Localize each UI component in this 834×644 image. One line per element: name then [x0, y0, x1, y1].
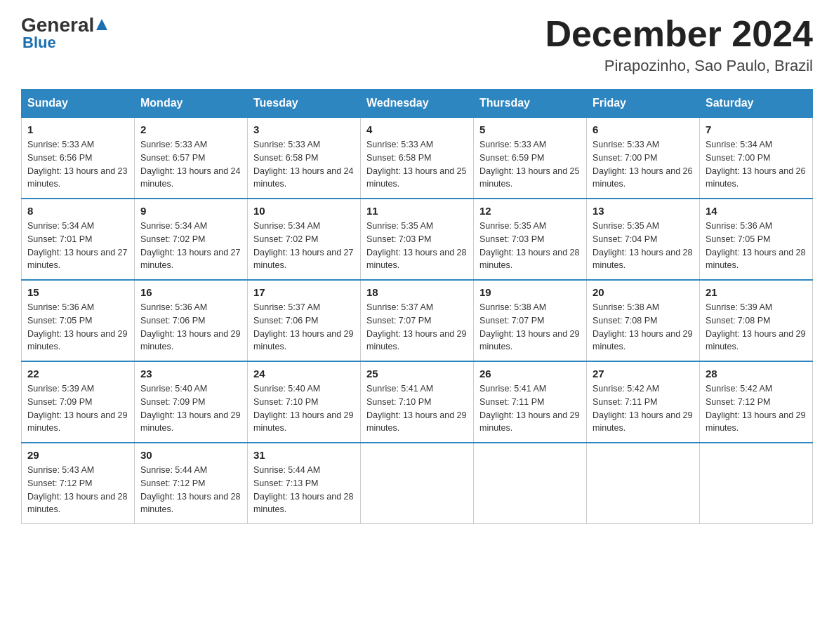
day-cell: 1 Sunrise: 5:33 AMSunset: 6:56 PMDayligh… — [22, 117, 135, 199]
logo-triangle-icon — [95, 18, 109, 32]
week-row-2: 8 Sunrise: 5:34 AMSunset: 7:01 PMDayligh… — [22, 199, 813, 280]
day-info: Sunrise: 5:40 AMSunset: 7:09 PMDaylight:… — [140, 384, 240, 433]
day-number: 28 — [706, 368, 807, 380]
day-info: Sunrise: 5:36 AMSunset: 7:05 PMDaylight:… — [27, 302, 127, 351]
day-cell: 15 Sunrise: 5:36 AMSunset: 7:05 PMDaylig… — [22, 280, 135, 361]
day-cell: 17 Sunrise: 5:37 AMSunset: 7:06 PMDaylig… — [248, 280, 361, 361]
day-cell: 20 Sunrise: 5:38 AMSunset: 7:08 PMDaylig… — [587, 280, 700, 361]
day-info: Sunrise: 5:42 AMSunset: 7:11 PMDaylight:… — [593, 384, 692, 433]
calendar-table: Sunday Monday Tuesday Wednesday Thursday… — [21, 89, 813, 524]
week-row-4: 22 Sunrise: 5:39 AMSunset: 7:09 PMDaylig… — [22, 361, 813, 443]
week-row-3: 15 Sunrise: 5:36 AMSunset: 7:05 PMDaylig… — [22, 280, 813, 361]
day-number: 24 — [253, 368, 355, 380]
day-cell: 10 Sunrise: 5:34 AMSunset: 7:02 PMDaylig… — [248, 199, 361, 280]
week-row-1: 1 Sunrise: 5:33 AMSunset: 6:56 PMDayligh… — [22, 117, 813, 199]
day-number: 21 — [706, 286, 807, 298]
day-cell: 18 Sunrise: 5:37 AMSunset: 7:07 PMDaylig… — [361, 280, 474, 361]
day-number: 16 — [140, 286, 241, 298]
day-info: Sunrise: 5:34 AMSunset: 7:00 PMDaylight:… — [706, 140, 805, 189]
day-cell: 3 Sunrise: 5:33 AMSunset: 6:58 PMDayligh… — [248, 117, 361, 199]
header-sunday: Sunday — [22, 90, 135, 118]
day-cell: 26 Sunrise: 5:41 AMSunset: 7:11 PMDaylig… — [474, 361, 587, 443]
header-tuesday: Tuesday — [248, 90, 361, 118]
page-header: General Blue December 2024 Pirapozinho, … — [21, 14, 813, 75]
day-info: Sunrise: 5:44 AMSunset: 7:13 PMDaylight:… — [253, 465, 353, 514]
day-info: Sunrise: 5:44 AMSunset: 7:12 PMDaylight:… — [140, 465, 240, 514]
day-info: Sunrise: 5:39 AMSunset: 7:08 PMDaylight:… — [706, 302, 805, 351]
day-info: Sunrise: 5:38 AMSunset: 7:08 PMDaylight:… — [593, 302, 692, 351]
day-info: Sunrise: 5:36 AMSunset: 7:06 PMDaylight:… — [140, 302, 240, 351]
header-monday: Monday — [135, 90, 248, 118]
day-number: 31 — [253, 449, 355, 461]
day-cell — [700, 443, 813, 524]
day-number: 23 — [140, 368, 241, 380]
day-cell: 21 Sunrise: 5:39 AMSunset: 7:08 PMDaylig… — [700, 280, 813, 361]
svg-marker-0 — [96, 19, 107, 30]
day-info: Sunrise: 5:33 AMSunset: 6:56 PMDaylight:… — [27, 140, 127, 189]
day-cell: 28 Sunrise: 5:42 AMSunset: 7:12 PMDaylig… — [700, 361, 813, 443]
day-number: 11 — [366, 205, 468, 217]
day-cell: 24 Sunrise: 5:40 AMSunset: 7:10 PMDaylig… — [248, 361, 361, 443]
day-cell: 31 Sunrise: 5:44 AMSunset: 7:13 PMDaylig… — [248, 443, 361, 524]
day-number: 14 — [706, 205, 807, 217]
day-info: Sunrise: 5:33 AMSunset: 6:58 PMDaylight:… — [253, 140, 353, 189]
day-info: Sunrise: 5:33 AMSunset: 6:57 PMDaylight:… — [140, 140, 240, 189]
day-info: Sunrise: 5:42 AMSunset: 7:12 PMDaylight:… — [706, 384, 805, 433]
logo: General Blue — [21, 14, 110, 52]
day-info: Sunrise: 5:41 AMSunset: 7:11 PMDaylight:… — [479, 384, 579, 433]
day-number: 13 — [593, 205, 694, 217]
day-info: Sunrise: 5:34 AMSunset: 7:02 PMDaylight:… — [253, 221, 353, 270]
week-row-5: 29 Sunrise: 5:43 AMSunset: 7:12 PMDaylig… — [22, 443, 813, 524]
day-number: 8 — [27, 205, 128, 217]
day-number: 2 — [140, 123, 241, 135]
day-number: 27 — [593, 368, 694, 380]
day-number: 15 — [27, 286, 128, 298]
day-cell — [361, 443, 474, 524]
day-cell — [587, 443, 700, 524]
day-info: Sunrise: 5:35 AMSunset: 7:03 PMDaylight:… — [366, 221, 466, 270]
day-cell: 22 Sunrise: 5:39 AMSunset: 7:09 PMDaylig… — [22, 361, 135, 443]
day-cell: 12 Sunrise: 5:35 AMSunset: 7:03 PMDaylig… — [474, 199, 587, 280]
location-title: Pirapozinho, Sao Paulo, Brazil — [545, 57, 813, 75]
month-title: December 2024 — [545, 14, 813, 54]
day-number: 6 — [593, 123, 694, 135]
day-info: Sunrise: 5:37 AMSunset: 7:07 PMDaylight:… — [366, 302, 466, 351]
day-cell: 30 Sunrise: 5:44 AMSunset: 7:12 PMDaylig… — [135, 443, 248, 524]
day-info: Sunrise: 5:33 AMSunset: 6:59 PMDaylight:… — [479, 140, 579, 189]
day-number: 1 — [27, 123, 128, 135]
header-row: Sunday Monday Tuesday Wednesday Thursday… — [22, 90, 813, 118]
day-cell: 4 Sunrise: 5:33 AMSunset: 6:58 PMDayligh… — [361, 117, 474, 199]
day-cell: 25 Sunrise: 5:41 AMSunset: 7:10 PMDaylig… — [361, 361, 474, 443]
header-wednesday: Wednesday — [361, 90, 474, 118]
day-number: 30 — [140, 449, 241, 461]
header-friday: Friday — [587, 90, 700, 118]
day-number: 12 — [479, 205, 581, 217]
day-cell: 9 Sunrise: 5:34 AMSunset: 7:02 PMDayligh… — [135, 199, 248, 280]
header-thursday: Thursday — [474, 90, 587, 118]
day-number: 29 — [27, 449, 128, 461]
day-cell: 11 Sunrise: 5:35 AMSunset: 7:03 PMDaylig… — [361, 199, 474, 280]
day-info: Sunrise: 5:34 AMSunset: 7:02 PMDaylight:… — [140, 221, 240, 270]
day-cell: 23 Sunrise: 5:40 AMSunset: 7:09 PMDaylig… — [135, 361, 248, 443]
day-cell: 14 Sunrise: 5:36 AMSunset: 7:05 PMDaylig… — [700, 199, 813, 280]
day-number: 5 — [479, 123, 581, 135]
day-number: 17 — [253, 286, 355, 298]
day-number: 25 — [366, 368, 468, 380]
day-number: 4 — [366, 123, 468, 135]
day-cell — [474, 443, 587, 524]
title-area: December 2024 Pirapozinho, Sao Paulo, Br… — [545, 14, 813, 75]
day-number: 18 — [366, 286, 468, 298]
day-info: Sunrise: 5:33 AMSunset: 7:00 PMDaylight:… — [593, 140, 692, 189]
day-cell: 13 Sunrise: 5:35 AMSunset: 7:04 PMDaylig… — [587, 199, 700, 280]
day-info: Sunrise: 5:34 AMSunset: 7:01 PMDaylight:… — [27, 221, 127, 270]
day-cell: 16 Sunrise: 5:36 AMSunset: 7:06 PMDaylig… — [135, 280, 248, 361]
day-number: 20 — [593, 286, 694, 298]
day-number: 3 — [253, 123, 355, 135]
day-info: Sunrise: 5:35 AMSunset: 7:03 PMDaylight:… — [479, 221, 579, 270]
day-cell: 8 Sunrise: 5:34 AMSunset: 7:01 PMDayligh… — [22, 199, 135, 280]
day-cell: 29 Sunrise: 5:43 AMSunset: 7:12 PMDaylig… — [22, 443, 135, 524]
day-cell: 5 Sunrise: 5:33 AMSunset: 6:59 PMDayligh… — [474, 117, 587, 199]
day-cell: 7 Sunrise: 5:34 AMSunset: 7:00 PMDayligh… — [700, 117, 813, 199]
day-number: 10 — [253, 205, 355, 217]
day-info: Sunrise: 5:39 AMSunset: 7:09 PMDaylight:… — [27, 384, 127, 433]
